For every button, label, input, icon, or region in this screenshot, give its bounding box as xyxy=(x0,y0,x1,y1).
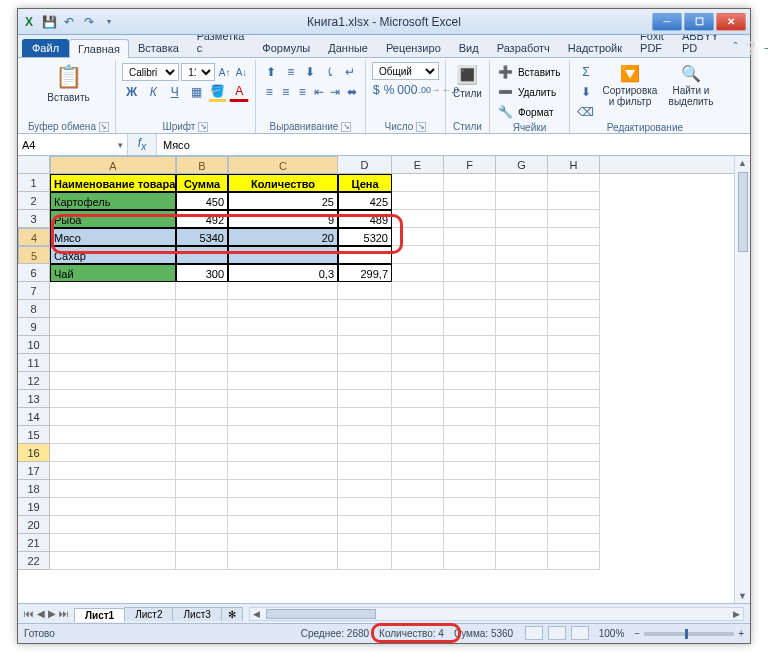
cell-H3[interactable] xyxy=(548,210,600,228)
cell-F15[interactable] xyxy=(444,426,496,444)
col-header-B[interactable]: B xyxy=(176,156,228,174)
cell-C1[interactable]: Количество xyxy=(228,174,338,192)
sheet-first-icon[interactable]: ⏮ xyxy=(24,608,34,619)
cell-E22[interactable] xyxy=(392,552,444,570)
font-name-select[interactable]: Calibri xyxy=(122,63,179,81)
tab-home[interactable]: Главная xyxy=(69,39,129,58)
font-launcher-icon[interactable]: ↘ xyxy=(198,122,208,132)
cell-E1[interactable] xyxy=(392,174,444,192)
cell-H11[interactable] xyxy=(548,354,600,372)
col-header-C[interactable]: C xyxy=(228,156,338,174)
cell-B6[interactable]: 300 xyxy=(176,264,228,282)
number-format-select[interactable]: Общий xyxy=(372,62,439,80)
cell-E16[interactable] xyxy=(392,444,444,462)
cell-C9[interactable] xyxy=(228,318,338,336)
cell-E4[interactable] xyxy=(392,228,444,246)
increase-decimal-icon[interactable]: .00→ xyxy=(419,80,439,100)
cell-G19[interactable] xyxy=(496,498,548,516)
cell-B22[interactable] xyxy=(176,552,228,570)
cell-D21[interactable] xyxy=(338,534,392,552)
cell-F7[interactable] xyxy=(444,282,496,300)
alignment-launcher-icon[interactable]: ↘ xyxy=(341,122,351,132)
cell-F1[interactable] xyxy=(444,174,496,192)
zoom-track[interactable] xyxy=(644,632,734,636)
cell-E5[interactable] xyxy=(392,246,444,264)
cell-G12[interactable] xyxy=(496,372,548,390)
cell-C3[interactable]: 9 xyxy=(228,210,338,228)
cell-C21[interactable] xyxy=(228,534,338,552)
cell-G11[interactable] xyxy=(496,354,548,372)
align-bottom-icon[interactable]: ⬇ xyxy=(302,62,320,82)
number-launcher-icon[interactable]: ↘ xyxy=(416,122,426,132)
cell-B10[interactable] xyxy=(176,336,228,354)
col-header-D[interactable]: D xyxy=(338,156,392,173)
cell-E21[interactable] xyxy=(392,534,444,552)
cell-A9[interactable] xyxy=(50,318,176,336)
format-cells-icon[interactable]: 🔧 xyxy=(496,102,516,122)
cell-H16[interactable] xyxy=(548,444,600,462)
cell-A2[interactable]: Картофель xyxy=(50,192,176,210)
cell-A7[interactable] xyxy=(50,282,176,300)
cell-H18[interactable] xyxy=(548,480,600,498)
cell-H12[interactable] xyxy=(548,372,600,390)
cell-G4[interactable] xyxy=(496,228,548,246)
cell-A14[interactable] xyxy=(50,408,176,426)
cell-D8[interactable] xyxy=(338,300,392,318)
cell-C12[interactable] xyxy=(228,372,338,390)
minimize-ribbon-icon[interactable]: ˆ xyxy=(733,41,737,55)
cell-E7[interactable] xyxy=(392,282,444,300)
row-header-7[interactable]: 7 xyxy=(18,282,50,300)
cell-D19[interactable] xyxy=(338,498,392,516)
cell-D14[interactable] xyxy=(338,408,392,426)
cell-C18[interactable] xyxy=(228,480,338,498)
cell-B3[interactable]: 492 xyxy=(176,210,228,228)
cell-G7[interactable] xyxy=(496,282,548,300)
cell-H22[interactable] xyxy=(548,552,600,570)
cell-F8[interactable] xyxy=(444,300,496,318)
cell-G8[interactable] xyxy=(496,300,548,318)
tab-insert[interactable]: Вставка xyxy=(129,38,188,57)
cell-E20[interactable] xyxy=(392,516,444,534)
row-header-13[interactable]: 13 xyxy=(18,390,50,408)
cell-B2[interactable]: 450 xyxy=(176,192,228,210)
zoom-out-icon[interactable]: − xyxy=(634,628,640,639)
help-icon[interactable]: ❔ xyxy=(743,41,758,55)
wrap-text-icon[interactable]: ↵ xyxy=(341,62,359,82)
cell-E17[interactable] xyxy=(392,462,444,480)
cell-G21[interactable] xyxy=(496,534,548,552)
cell-C7[interactable] xyxy=(228,282,338,300)
row-header-5[interactable]: 5 xyxy=(18,246,50,264)
cell-E18[interactable] xyxy=(392,480,444,498)
cell-F4[interactable] xyxy=(444,228,496,246)
row-header-4[interactable]: 4 xyxy=(18,228,50,246)
cell-H20[interactable] xyxy=(548,516,600,534)
zoom-in-icon[interactable]: + xyxy=(738,628,744,639)
cell-C4[interactable]: 20 xyxy=(228,228,338,246)
cell-F10[interactable] xyxy=(444,336,496,354)
sheet-next-icon[interactable]: ▶ xyxy=(48,608,56,619)
decrease-indent-icon[interactable]: ⇤ xyxy=(311,82,326,102)
cell-G13[interactable] xyxy=(496,390,548,408)
cell-H1[interactable] xyxy=(548,174,600,192)
tab-addins[interactable]: Надстройк xyxy=(559,38,631,57)
cell-G17[interactable] xyxy=(496,462,548,480)
cell-G20[interactable] xyxy=(496,516,548,534)
cell-F6[interactable] xyxy=(444,264,496,282)
cell-C17[interactable] xyxy=(228,462,338,480)
cell-F13[interactable] xyxy=(444,390,496,408)
cell-E9[interactable] xyxy=(392,318,444,336)
cell-C19[interactable] xyxy=(228,498,338,516)
cell-G1[interactable] xyxy=(496,174,548,192)
select-all-corner[interactable] xyxy=(18,156,50,173)
cell-A20[interactable] xyxy=(50,516,176,534)
cell-F9[interactable] xyxy=(444,318,496,336)
row-header-19[interactable]: 19 xyxy=(18,498,50,516)
cell-G18[interactable] xyxy=(496,480,548,498)
align-middle-icon[interactable]: ≡ xyxy=(282,62,300,82)
cell-H7[interactable] xyxy=(548,282,600,300)
tab-review[interactable]: Рецензиро xyxy=(377,38,450,57)
cell-D9[interactable] xyxy=(338,318,392,336)
cell-A11[interactable] xyxy=(50,354,176,372)
minimize-button[interactable]: ─ xyxy=(652,13,682,31)
tab-data[interactable]: Данные xyxy=(319,38,377,57)
